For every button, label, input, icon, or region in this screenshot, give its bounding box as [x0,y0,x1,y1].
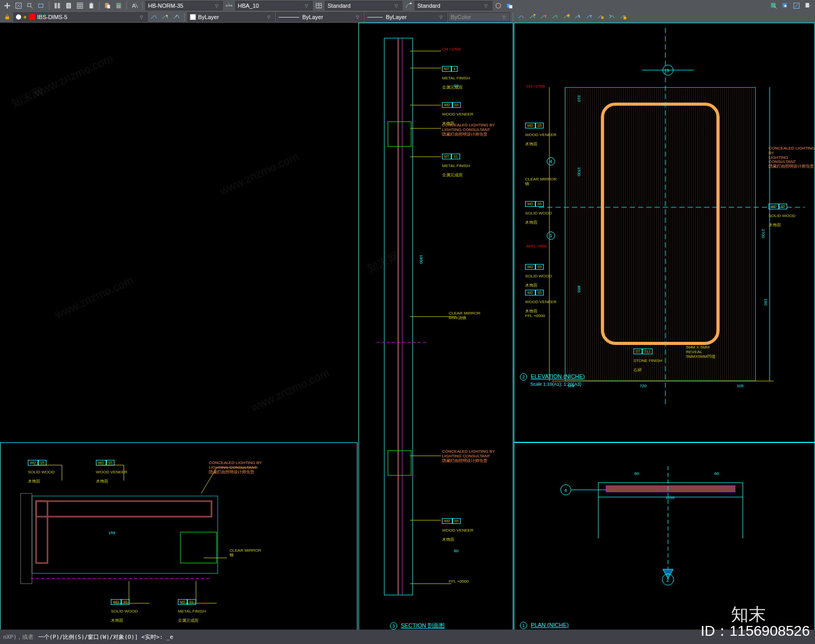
table-style-icon[interactable] [314,1,324,10]
xref-icon[interactable] [504,1,515,10]
det-metal-b: MTS1 METAL FINISH金属完成面 [178,596,206,624]
layer-tool-9-icon[interactable] [607,12,617,22]
sec-wood-2: WDS5 WOOD VENEER木饰面 [442,515,474,543]
linetype-dropdown[interactable]: ByLayer▽ [276,12,364,22]
drawing-canvas[interactable]: www.znzmo.com www.znzmo.com www.znzmo.co… [0,23,815,630]
layer-tool-3-icon[interactable] [539,12,549,22]
dimstyle-dropdown[interactable]: HBA_10▽ [235,1,313,10]
chevron-down-icon: ▽ [305,4,310,8]
dim-60b: 60 [714,471,719,476]
svg-rect-29 [601,16,604,19]
sheet-icon[interactable] [63,1,74,10]
zoom-prev-icon[interactable] [36,1,46,10]
svg-rect-70 [21,493,32,584]
separator [513,13,513,21]
callout-bubble-1: 1 [547,230,555,240]
callout-bubble-4: 4 [547,156,555,166]
dim-icon[interactable] [224,1,234,10]
svg-point-28 [590,15,592,17]
table-icon[interactable] [75,1,85,10]
svg-rect-12 [117,4,121,5]
layer-tool-1-icon[interactable] [516,12,526,22]
zoom-extents-icon[interactable] [13,1,24,10]
sec-mirror: CLEAR MIRROR6mm清镜 [449,311,480,321]
tablestyle-dropdown[interactable]: Standard▽ [325,1,402,10]
textstyle-value: HB-NORM-35 [148,3,215,9]
separator [184,13,185,21]
lineweight-value: ByLayer [386,14,439,20]
svg-point-24 [166,15,168,17]
svg-text:2: 2 [666,577,669,583]
wblock-icon[interactable] [803,1,813,10]
layer-tool-8-icon[interactable] [595,12,606,22]
det-solid-wood: WDS5 SOLID WOOD木饰面 [28,457,55,485]
svg-rect-2 [39,4,43,8]
sec-ch: CH +2700 [442,47,461,52]
edit-block-icon[interactable] [791,1,802,10]
color-dropdown[interactable]: ByLayer▽ [187,12,275,22]
dim-105: 105 [737,384,743,388]
command-line[interactable]: nXP)，或者 一个(P)/比例(S)/窗口(W)/对象(O)] <实时>: _… [0,630,815,644]
pan-icon[interactable] [2,1,12,10]
svg-rect-8 [90,3,92,4]
chevron-down-icon: ▽ [356,15,361,20]
mleaderstyle-dropdown[interactable]: Standard▽ [415,1,492,10]
det-dim-159: 159 [108,531,115,535]
paste-icon[interactable] [102,1,112,10]
svg-point-15 [410,3,412,5]
plotstyle-dropdown[interactable]: ByColor▽ [448,12,510,22]
svg-rect-1 [28,4,31,7]
layer-tool-6-icon[interactable] [573,12,583,22]
dimstyle-value: HBA_10 [238,3,305,9]
mleader-icon[interactable] [403,1,414,10]
section-svg [361,23,511,631]
title-elevation: 2 ELEVATION (NICHE) Scale 1:10(A1); 1:20… [520,373,585,387]
text-icon[interactable]: A [129,1,140,10]
sec-dim-85: 80 [454,84,459,88]
watermark-cn: 知末网 [9,83,46,111]
id-watermark: ID：1156908526 [700,621,810,641]
separator [142,2,143,10]
create-block-icon[interactable]: ★ [780,1,790,10]
label-reveal: 5MM X 5MMREVEAL5MMX5MM凹缝 [686,345,715,359]
layer-tool-5-icon[interactable] [561,12,572,22]
layer-name: IBS-DIMS-5 [37,14,140,20]
zoom-window-icon[interactable] [25,1,35,10]
separator [126,2,127,10]
textstyle-dropdown[interactable]: HB-NORM-35▽ [145,1,223,10]
layer-tool-4-icon[interactable] [550,12,560,22]
clipboard-icon[interactable] [86,1,96,10]
svg-rect-65 [36,501,211,517]
svg-text:3: 3 [666,68,669,73]
sun-icon: ☀ [23,14,27,20]
svg-rect-10 [107,5,110,8]
layer-iso-icon[interactable] [160,12,170,22]
label-stone: STS11 STONE FINISH石材 [633,345,662,373]
dim-310: 310 [577,95,581,102]
layer-prev-icon[interactable] [171,12,182,22]
layer-lock-icon[interactable] [2,12,12,22]
dim-1530: 1530 [577,167,581,176]
layer-states-icon[interactable] [149,12,159,22]
layer-dropdown[interactable]: ☀ IBS-DIMS-5 ▽ [13,12,148,22]
layer-tool-7-icon[interactable] [584,12,594,22]
svg-rect-40 [606,486,735,492]
svg-rect-3 [55,3,57,9]
block-icon[interactable] [493,1,503,10]
chevron-down-icon: ▽ [140,15,145,20]
properties-icon[interactable] [52,1,62,10]
svg-text:★: ★ [533,13,536,16]
chevron-down-icon: ▽ [267,15,272,20]
color-value: ByLayer [198,14,267,20]
chevron-down-icon: ▽ [439,15,445,20]
lineweight-dropdown[interactable]: ByLayer▽ [365,12,447,22]
insert-block-icon[interactable] [769,1,779,10]
watermark: www.znzmo.com [53,273,136,321]
calc-icon[interactable] [113,1,124,10]
layer-tool-10-icon[interactable] [618,12,628,22]
dim-195: 190 [763,299,768,305]
separator [49,2,50,10]
layer-tool-2-icon[interactable]: ★ [527,12,537,22]
svg-rect-17 [509,5,512,8]
label-solid-wood-r: WDS5 SOLID WOOD木饰面 [769,201,795,228]
